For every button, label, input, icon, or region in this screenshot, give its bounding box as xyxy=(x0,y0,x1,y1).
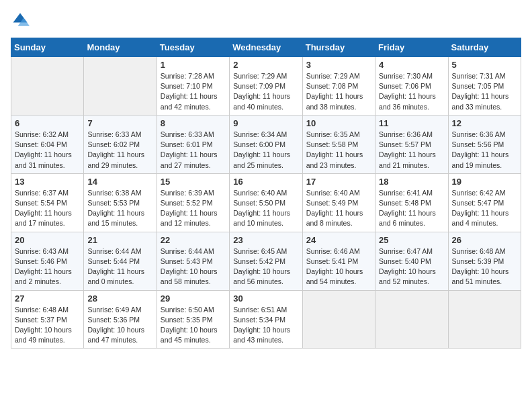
day-info: Sunrise: 6:36 AMSunset: 5:56 PMDaylight:… xyxy=(452,130,517,171)
day-info: Sunrise: 6:41 AMSunset: 5:48 PMDaylight:… xyxy=(379,188,444,229)
calendar-cell xyxy=(375,290,448,349)
calendar-body: 1Sunrise: 7:28 AMSunset: 7:10 PMDaylight… xyxy=(11,57,521,349)
calendar-cell: 11Sunrise: 6:36 AMSunset: 5:57 PMDayligh… xyxy=(375,115,448,173)
day-info: Sunrise: 7:31 AMSunset: 7:05 PMDaylight:… xyxy=(452,71,517,112)
day-info: Sunrise: 6:38 AMSunset: 5:53 PMDaylight:… xyxy=(87,188,152,229)
calendar-cell: 20Sunrise: 6:43 AMSunset: 5:46 PMDayligh… xyxy=(11,232,84,290)
day-info: Sunrise: 7:30 AMSunset: 7:06 PMDaylight:… xyxy=(379,71,444,112)
day-number: 5 xyxy=(452,60,517,70)
day-info: Sunrise: 6:51 AMSunset: 5:34 PMDaylight:… xyxy=(233,305,298,346)
day-info: Sunrise: 6:48 AMSunset: 5:37 PMDaylight:… xyxy=(15,305,80,346)
calendar-cell: 13Sunrise: 6:37 AMSunset: 5:54 PMDayligh… xyxy=(11,173,84,232)
day-info: Sunrise: 7:29 AMSunset: 7:08 PMDaylight:… xyxy=(306,71,371,112)
day-number: 9 xyxy=(233,118,298,128)
column-header-saturday: Saturday xyxy=(448,38,521,57)
calendar-cell: 5Sunrise: 7:31 AMSunset: 7:05 PMDaylight… xyxy=(448,57,521,116)
calendar-cell: 16Sunrise: 6:40 AMSunset: 5:50 PMDayligh… xyxy=(230,173,302,232)
calendar-cell: 1Sunrise: 7:28 AMSunset: 7:10 PMDaylight… xyxy=(157,57,229,116)
logo-icon xyxy=(11,11,30,30)
calendar-cell xyxy=(302,290,375,349)
calendar-cell: 10Sunrise: 6:35 AMSunset: 5:58 PMDayligh… xyxy=(302,115,375,173)
calendar-week-2: 6Sunrise: 6:32 AMSunset: 6:04 PMDaylight… xyxy=(11,115,521,173)
day-info: Sunrise: 6:40 AMSunset: 5:50 PMDaylight:… xyxy=(233,188,298,229)
logo xyxy=(11,11,32,30)
day-number: 20 xyxy=(15,235,80,245)
day-info: Sunrise: 7:29 AMSunset: 7:09 PMDaylight:… xyxy=(233,71,298,112)
day-number: 8 xyxy=(161,118,226,128)
day-number: 30 xyxy=(233,293,298,304)
day-number: 16 xyxy=(233,177,298,187)
day-number: 4 xyxy=(379,60,444,70)
day-number: 24 xyxy=(306,235,371,245)
day-number: 2 xyxy=(233,60,298,70)
day-info: Sunrise: 6:48 AMSunset: 5:39 PMDaylight:… xyxy=(452,246,517,287)
column-header-wednesday: Wednesday xyxy=(230,38,302,57)
day-number: 7 xyxy=(87,118,152,128)
calendar-week-5: 27Sunrise: 6:48 AMSunset: 5:37 PMDayligh… xyxy=(11,290,521,349)
calendar-cell: 24Sunrise: 6:46 AMSunset: 5:41 PMDayligh… xyxy=(302,232,375,290)
calendar-cell: 7Sunrise: 6:33 AMSunset: 6:02 PMDaylight… xyxy=(84,115,157,173)
day-number: 10 xyxy=(306,118,371,128)
day-number: 3 xyxy=(306,60,371,70)
day-number: 29 xyxy=(161,293,226,304)
day-info: Sunrise: 6:33 AMSunset: 6:01 PMDaylight:… xyxy=(161,130,226,171)
day-info: Sunrise: 6:46 AMSunset: 5:41 PMDaylight:… xyxy=(306,246,371,287)
calendar-cell: 17Sunrise: 6:40 AMSunset: 5:49 PMDayligh… xyxy=(302,173,375,232)
calendar-cell: 26Sunrise: 6:48 AMSunset: 5:39 PMDayligh… xyxy=(448,232,521,290)
calendar-table: SundayMondayTuesdayWednesdayThursdayFrid… xyxy=(11,38,521,349)
day-number: 11 xyxy=(379,118,444,128)
calendar-week-4: 20Sunrise: 6:43 AMSunset: 5:46 PMDayligh… xyxy=(11,232,521,290)
day-number: 17 xyxy=(306,177,371,187)
calendar-cell: 30Sunrise: 6:51 AMSunset: 5:34 PMDayligh… xyxy=(230,290,302,349)
day-number: 15 xyxy=(161,177,226,187)
day-info: Sunrise: 6:45 AMSunset: 5:42 PMDaylight:… xyxy=(233,246,298,287)
day-info: Sunrise: 6:42 AMSunset: 5:47 PMDaylight:… xyxy=(452,188,517,229)
day-number: 28 xyxy=(87,293,152,304)
calendar-cell xyxy=(84,57,157,116)
day-info: Sunrise: 6:36 AMSunset: 5:57 PMDaylight:… xyxy=(379,130,444,171)
column-header-tuesday: Tuesday xyxy=(157,38,229,57)
calendar-cell: 6Sunrise: 6:32 AMSunset: 6:04 PMDaylight… xyxy=(11,115,84,173)
calendar-cell: 4Sunrise: 7:30 AMSunset: 7:06 PMDaylight… xyxy=(375,57,448,116)
day-number: 22 xyxy=(161,235,226,245)
day-info: Sunrise: 6:44 AMSunset: 5:44 PMDaylight:… xyxy=(87,246,152,287)
day-number: 18 xyxy=(379,177,444,187)
day-info: Sunrise: 6:33 AMSunset: 6:02 PMDaylight:… xyxy=(87,130,152,171)
day-info: Sunrise: 6:39 AMSunset: 5:52 PMDaylight:… xyxy=(161,188,226,229)
column-header-friday: Friday xyxy=(375,38,448,57)
day-number: 6 xyxy=(15,118,80,128)
calendar-cell: 27Sunrise: 6:48 AMSunset: 5:37 PMDayligh… xyxy=(11,290,84,349)
calendar-cell xyxy=(448,290,521,349)
calendar-cell: 8Sunrise: 6:33 AMSunset: 6:01 PMDaylight… xyxy=(157,115,229,173)
day-number: 21 xyxy=(87,235,152,245)
calendar-week-3: 13Sunrise: 6:37 AMSunset: 5:54 PMDayligh… xyxy=(11,173,521,232)
calendar-cell: 29Sunrise: 6:50 AMSunset: 5:35 PMDayligh… xyxy=(157,290,229,349)
day-info: Sunrise: 6:44 AMSunset: 5:43 PMDaylight:… xyxy=(161,246,226,287)
calendar-cell: 9Sunrise: 6:34 AMSunset: 6:00 PMDaylight… xyxy=(230,115,302,173)
calendar-week-1: 1Sunrise: 7:28 AMSunset: 7:10 PMDaylight… xyxy=(11,57,521,116)
day-info: Sunrise: 6:40 AMSunset: 5:49 PMDaylight:… xyxy=(306,188,371,229)
calendar-cell: 3Sunrise: 7:29 AMSunset: 7:08 PMDaylight… xyxy=(302,57,375,116)
day-info: Sunrise: 6:35 AMSunset: 5:58 PMDaylight:… xyxy=(306,130,371,171)
day-number: 23 xyxy=(233,235,298,245)
calendar-cell: 18Sunrise: 6:41 AMSunset: 5:48 PMDayligh… xyxy=(375,173,448,232)
day-number: 19 xyxy=(452,177,517,187)
column-header-thursday: Thursday xyxy=(302,38,375,57)
calendar-cell: 15Sunrise: 6:39 AMSunset: 5:52 PMDayligh… xyxy=(157,173,229,232)
calendar-cell: 21Sunrise: 6:44 AMSunset: 5:44 PMDayligh… xyxy=(84,232,157,290)
day-info: Sunrise: 6:47 AMSunset: 5:40 PMDaylight:… xyxy=(379,246,444,287)
day-number: 14 xyxy=(87,177,152,187)
column-header-monday: Monday xyxy=(84,38,157,57)
day-number: 27 xyxy=(15,293,80,304)
day-number: 1 xyxy=(161,60,226,70)
page-header xyxy=(11,11,521,30)
calendar-header-row: SundayMondayTuesdayWednesdayThursdayFrid… xyxy=(11,38,521,57)
day-info: Sunrise: 6:49 AMSunset: 5:36 PMDaylight:… xyxy=(87,305,152,346)
day-number: 26 xyxy=(452,235,517,245)
calendar-cell: 14Sunrise: 6:38 AMSunset: 5:53 PMDayligh… xyxy=(84,173,157,232)
day-info: Sunrise: 6:50 AMSunset: 5:35 PMDaylight:… xyxy=(161,305,226,346)
day-number: 12 xyxy=(452,118,517,128)
day-info: Sunrise: 6:37 AMSunset: 5:54 PMDaylight:… xyxy=(15,188,80,229)
day-number: 13 xyxy=(15,177,80,187)
day-info: Sunrise: 6:43 AMSunset: 5:46 PMDaylight:… xyxy=(15,246,80,287)
